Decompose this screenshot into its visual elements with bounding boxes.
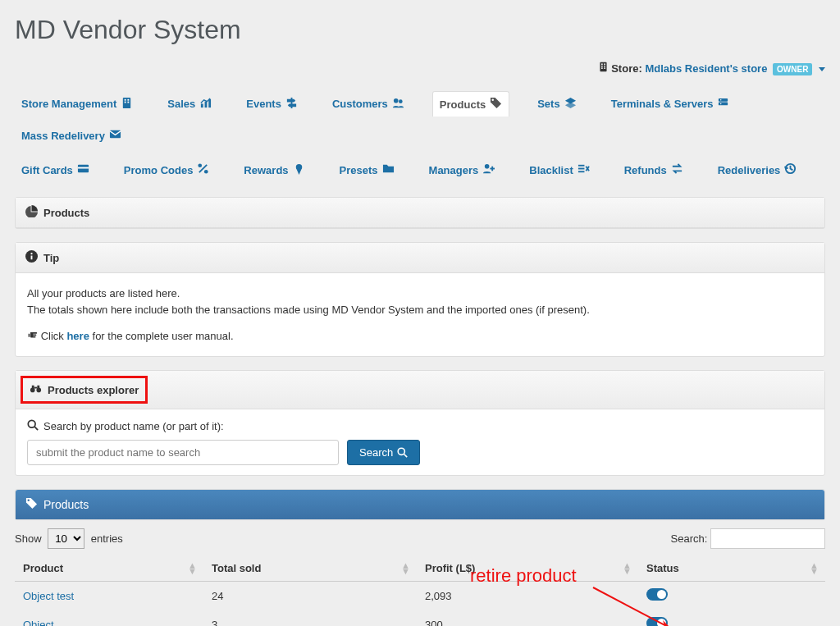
award-icon [293, 162, 305, 177]
col-product[interactable]: Product▲▼ [15, 555, 203, 582]
products-header-text: Products [43, 207, 89, 219]
tag-icon [490, 97, 502, 112]
svg-marker-34 [296, 169, 301, 175]
svg-point-26 [720, 103, 722, 104]
explorer-title: Products explorer [48, 384, 139, 396]
svg-point-52 [28, 420, 35, 427]
page-size-control: Show 10 entries [15, 528, 123, 549]
svg-point-31 [204, 170, 208, 174]
table-row: Object3300 [15, 610, 825, 627]
table-search-input[interactable] [710, 528, 825, 549]
nav-events[interactable]: Events [240, 91, 304, 117]
manual-link[interactable]: here [66, 330, 89, 342]
svg-rect-38 [578, 165, 585, 167]
svg-point-46 [30, 253, 32, 254]
folder-icon [382, 162, 395, 177]
status-toggle[interactable] [646, 588, 668, 601]
owner-badge: OWNER [773, 63, 812, 75]
nav-label: Refunds [624, 164, 667, 176]
signpost-icon [285, 97, 298, 112]
nav-store-management[interactable]: Store Management [15, 91, 139, 117]
nav-label: Managers [429, 164, 479, 176]
nav-sales[interactable]: Sales [161, 91, 218, 117]
products-explorer-panel: Products explorer Search by product name… [15, 370, 825, 476]
svg-rect-5 [601, 67, 603, 69]
svg-rect-23 [719, 98, 728, 101]
building-icon [121, 97, 133, 112]
nav-label: Presets [340, 164, 378, 176]
status-toggle[interactable] [646, 617, 668, 626]
product-link[interactable]: Object test [23, 590, 74, 602]
nav-promo-codes[interactable]: Promo Codes [117, 158, 217, 182]
store-label: Store: [611, 62, 642, 75]
nav-gift-cards[interactable]: Gift Cards [15, 158, 96, 182]
nav-label: Sets [537, 98, 559, 110]
col-status[interactable]: Status▲▼ [638, 555, 825, 582]
svg-line-55 [404, 455, 408, 458]
nav-managers[interactable]: Managers [422, 158, 502, 182]
svg-rect-27 [110, 130, 121, 138]
svg-rect-2 [604, 63, 605, 65]
nav-rewards[interactable]: Rewards [237, 158, 311, 182]
svg-point-33 [295, 164, 302, 171]
products-table: Product▲▼ Total sold▲▼ Profit (L$)▲▼ Sta… [15, 555, 825, 626]
nav-products[interactable]: Products [432, 91, 509, 117]
nav-terminals-servers[interactable]: Terminals & Servers [605, 91, 737, 117]
main-nav-row2: Gift CardsPromo CodesRewardsPresetsManag… [15, 158, 825, 182]
tip-panel: Tip All your products are listed here. T… [15, 242, 825, 357]
cell-total-sold: 3 [203, 610, 417, 627]
nav-customers[interactable]: Customers [326, 91, 411, 117]
hand-icon [27, 330, 41, 342]
nav-blacklist[interactable]: Blacklist [523, 158, 596, 182]
product-search-input[interactable] [27, 440, 339, 465]
percent-icon [197, 162, 209, 177]
svg-rect-45 [31, 256, 33, 260]
table-search: Search: [671, 528, 825, 549]
pie-icon [25, 205, 38, 220]
svg-point-25 [720, 99, 722, 101]
svg-marker-17 [288, 103, 296, 107]
svg-rect-3 [601, 66, 603, 67]
nav-label: Promo Codes [124, 164, 194, 176]
card-icon [77, 162, 89, 177]
nav-label: Events [246, 98, 281, 110]
search-button[interactable]: Search [347, 440, 420, 465]
col-profit[interactable]: Profit (L$)▲▼ [417, 555, 638, 582]
svg-rect-13 [205, 101, 208, 107]
nav-presets[interactable]: Presets [333, 158, 401, 182]
svg-rect-6 [604, 67, 605, 69]
nav-refunds[interactable]: Refunds [618, 158, 690, 182]
svg-point-20 [492, 99, 494, 101]
svg-rect-7 [123, 97, 130, 107]
nav-mass-redelivery[interactable]: Mass Redelivery [15, 123, 128, 148]
table-title: Products [43, 498, 89, 511]
history-icon [784, 162, 797, 177]
nav-label: Customers [332, 98, 388, 110]
store-selector[interactable]: Store: Mdlabs Resident's store OWNER [15, 62, 825, 75]
building-icon [598, 62, 612, 75]
tip-click: Click [41, 330, 64, 342]
main-nav: Store ManagementSalesEventsCustomersProd… [15, 91, 825, 148]
nav-redeliveries[interactable]: Redeliveries [711, 158, 804, 182]
table-row: Object test242,093 [15, 582, 825, 610]
search-label-text: Search by product name (or part of it): [43, 420, 224, 432]
store-name-link[interactable]: Mdlabs Resident's store [645, 62, 767, 75]
col-total-sold[interactable]: Total sold▲▼ [203, 555, 417, 582]
products-title-panel: Products [15, 197, 825, 229]
svg-rect-9 [128, 98, 130, 100]
svg-rect-10 [125, 101, 126, 103]
svg-marker-22 [565, 102, 576, 108]
cell-profit: 2,093 [417, 582, 638, 610]
nav-sets[interactable]: Sets [531, 91, 582, 117]
svg-rect-24 [719, 102, 728, 105]
exchange-icon [671, 162, 683, 177]
svg-point-18 [394, 98, 399, 103]
nav-label: Sales [167, 98, 195, 110]
product-link[interactable]: Object [23, 619, 54, 627]
nav-label: Mass Redelivery [21, 130, 105, 142]
svg-rect-14 [209, 98, 212, 107]
cell-total-sold: 24 [203, 582, 417, 610]
svg-rect-39 [578, 168, 585, 170]
binoculars-icon [30, 382, 42, 397]
page-size-select[interactable]: 10 [48, 528, 84, 549]
